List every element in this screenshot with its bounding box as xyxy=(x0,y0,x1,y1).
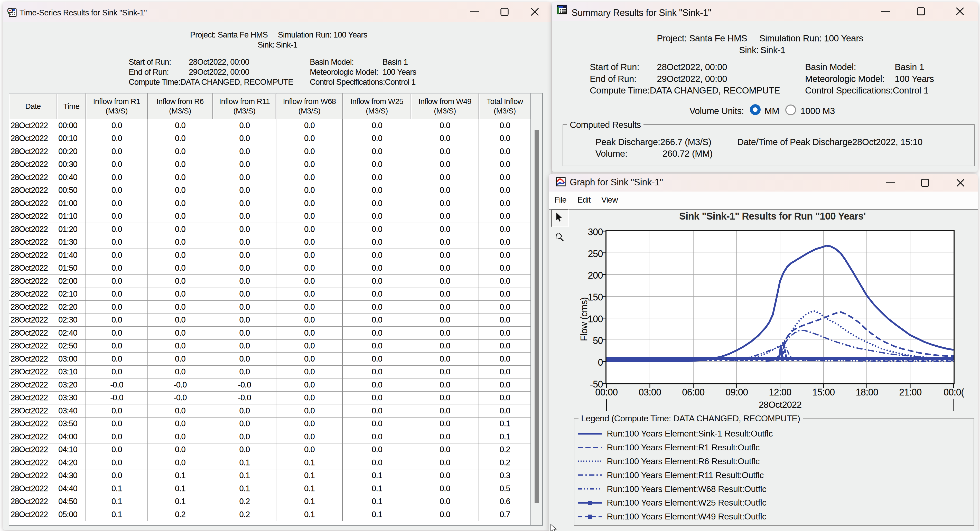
svg-text:Flow (cms): Flow (cms) xyxy=(579,297,589,341)
